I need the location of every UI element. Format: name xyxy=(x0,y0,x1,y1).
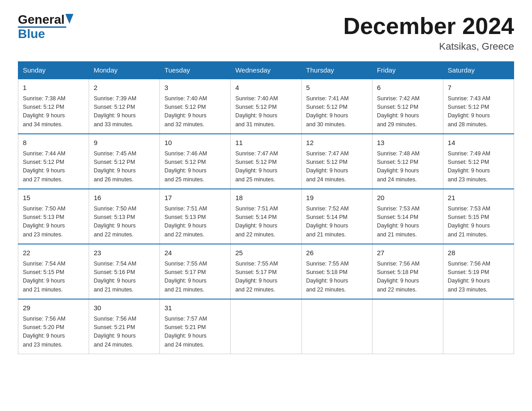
logo-triangle-icon xyxy=(65,14,73,24)
calendar-table: SundayMondayTuesdayWednesdayThursdayFrid… xyxy=(18,61,514,354)
day-cell: 28 Sunrise: 7:56 AM Sunset: 5:19 PM Dayl… xyxy=(443,244,514,299)
day-cell: 18 Sunrise: 7:51 AM Sunset: 5:14 PM Dayl… xyxy=(231,189,301,244)
day-info: Sunrise: 7:55 AM Sunset: 5:17 PM Dayligh… xyxy=(235,260,296,295)
day-number: 30 xyxy=(94,303,155,313)
day-cell: 3 Sunrise: 7:40 AM Sunset: 5:12 PM Dayli… xyxy=(160,79,231,134)
day-number: 15 xyxy=(23,193,84,203)
day-cell: 30 Sunrise: 7:56 AM Sunset: 5:21 PM Dayl… xyxy=(89,299,160,354)
header-cell-friday: Friday xyxy=(372,62,443,79)
day-info: Sunrise: 7:56 AM Sunset: 5:20 PM Dayligh… xyxy=(23,315,84,350)
day-info: Sunrise: 7:56 AM Sunset: 5:18 PM Dayligh… xyxy=(377,260,438,295)
day-cell xyxy=(231,299,301,354)
header-cell-monday: Monday xyxy=(89,62,160,79)
day-number: 22 xyxy=(23,248,84,258)
day-cell: 24 Sunrise: 7:55 AM Sunset: 5:17 PM Dayl… xyxy=(160,244,231,299)
header-cell-sunday: Sunday xyxy=(18,62,89,79)
day-cell: 11 Sunrise: 7:47 AM Sunset: 5:12 PM Dayl… xyxy=(231,134,301,189)
day-info: Sunrise: 7:44 AM Sunset: 5:12 PM Dayligh… xyxy=(23,150,84,184)
header-row: SundayMondayTuesdayWednesdayThursdayFrid… xyxy=(18,62,514,79)
day-info: Sunrise: 7:54 AM Sunset: 5:15 PM Dayligh… xyxy=(23,260,84,295)
day-number: 18 xyxy=(235,193,296,203)
svg-marker-0 xyxy=(65,14,73,24)
day-cell: 26 Sunrise: 7:55 AM Sunset: 5:18 PM Dayl… xyxy=(301,244,372,299)
day-info: Sunrise: 7:50 AM Sunset: 5:13 PM Dayligh… xyxy=(23,205,84,240)
day-number: 9 xyxy=(94,138,155,148)
day-info: Sunrise: 7:43 AM Sunset: 5:12 PM Dayligh… xyxy=(448,94,509,129)
page-title: December 2024 xyxy=(343,13,514,39)
day-cell: 23 Sunrise: 7:54 AM Sunset: 5:16 PM Dayl… xyxy=(89,244,160,299)
week-row-3: 15 Sunrise: 7:50 AM Sunset: 5:13 PM Dayl… xyxy=(18,189,514,244)
logo-blue: Blue xyxy=(18,27,45,41)
day-info: Sunrise: 7:50 AM Sunset: 5:13 PM Dayligh… xyxy=(94,205,155,240)
day-number: 24 xyxy=(164,248,226,258)
day-number: 5 xyxy=(306,83,368,93)
day-cell xyxy=(372,299,443,354)
week-row-2: 8 Sunrise: 7:44 AM Sunset: 5:12 PM Dayli… xyxy=(18,134,514,189)
day-info: Sunrise: 7:51 AM Sunset: 5:14 PM Dayligh… xyxy=(235,205,296,240)
day-cell: 12 Sunrise: 7:47 AM Sunset: 5:12 PM Dayl… xyxy=(301,134,372,189)
day-number: 3 xyxy=(164,83,226,93)
day-number: 25 xyxy=(235,248,296,258)
calendar-body: 1 Sunrise: 7:38 AM Sunset: 5:12 PM Dayli… xyxy=(18,79,514,354)
day-info: Sunrise: 7:46 AM Sunset: 5:12 PM Dayligh… xyxy=(164,150,226,184)
day-info: Sunrise: 7:52 AM Sunset: 5:14 PM Dayligh… xyxy=(306,205,368,240)
day-number: 1 xyxy=(23,83,84,93)
day-number: 10 xyxy=(164,138,226,148)
week-row-5: 29 Sunrise: 7:56 AM Sunset: 5:20 PM Dayl… xyxy=(18,299,514,354)
day-number: 19 xyxy=(306,193,368,203)
day-cell: 21 Sunrise: 7:53 AM Sunset: 5:15 PM Dayl… xyxy=(443,189,514,244)
day-info: Sunrise: 7:55 AM Sunset: 5:17 PM Dayligh… xyxy=(164,260,226,295)
day-number: 31 xyxy=(164,303,226,313)
day-number: 21 xyxy=(448,193,509,203)
week-row-4: 22 Sunrise: 7:54 AM Sunset: 5:15 PM Dayl… xyxy=(18,244,514,299)
day-cell: 5 Sunrise: 7:41 AM Sunset: 5:12 PM Dayli… xyxy=(301,79,372,134)
day-cell: 13 Sunrise: 7:48 AM Sunset: 5:12 PM Dayl… xyxy=(372,134,443,189)
day-number: 8 xyxy=(23,138,84,148)
day-number: 20 xyxy=(377,193,438,203)
day-info: Sunrise: 7:53 AM Sunset: 5:15 PM Dayligh… xyxy=(448,205,509,240)
day-number: 16 xyxy=(94,193,155,203)
day-number: 23 xyxy=(94,248,155,258)
header-cell-thursday: Thursday xyxy=(301,62,372,79)
day-cell: 4 Sunrise: 7:40 AM Sunset: 5:12 PM Dayli… xyxy=(231,79,301,134)
page-header: General Blue December 2024 Katsikas, Gre… xyxy=(18,13,514,52)
day-cell: 15 Sunrise: 7:50 AM Sunset: 5:13 PM Dayl… xyxy=(18,189,89,244)
day-info: Sunrise: 7:42 AM Sunset: 5:12 PM Dayligh… xyxy=(377,94,438,129)
day-number: 6 xyxy=(377,83,438,93)
day-cell: 1 Sunrise: 7:38 AM Sunset: 5:12 PM Dayli… xyxy=(18,79,89,134)
day-cell: 10 Sunrise: 7:46 AM Sunset: 5:12 PM Dayl… xyxy=(160,134,231,189)
day-cell: 7 Sunrise: 7:43 AM Sunset: 5:12 PM Dayli… xyxy=(443,79,514,134)
header-cell-wednesday: Wednesday xyxy=(231,62,301,79)
day-cell: 17 Sunrise: 7:51 AM Sunset: 5:13 PM Dayl… xyxy=(160,189,231,244)
logo: General Blue xyxy=(18,13,73,40)
day-info: Sunrise: 7:55 AM Sunset: 5:18 PM Dayligh… xyxy=(306,260,368,295)
day-info: Sunrise: 7:51 AM Sunset: 5:13 PM Dayligh… xyxy=(164,205,226,240)
day-cell: 9 Sunrise: 7:45 AM Sunset: 5:12 PM Dayli… xyxy=(89,134,160,189)
day-info: Sunrise: 7:54 AM Sunset: 5:16 PM Dayligh… xyxy=(94,260,155,295)
day-info: Sunrise: 7:39 AM Sunset: 5:12 PM Dayligh… xyxy=(94,94,155,129)
day-cell: 16 Sunrise: 7:50 AM Sunset: 5:13 PM Dayl… xyxy=(89,189,160,244)
day-cell: 22 Sunrise: 7:54 AM Sunset: 5:15 PM Dayl… xyxy=(18,244,89,299)
day-info: Sunrise: 7:40 AM Sunset: 5:12 PM Dayligh… xyxy=(164,94,226,129)
day-cell xyxy=(443,299,514,354)
day-info: Sunrise: 7:47 AM Sunset: 5:12 PM Dayligh… xyxy=(235,150,296,184)
day-info: Sunrise: 7:56 AM Sunset: 5:19 PM Dayligh… xyxy=(448,260,509,295)
day-number: 17 xyxy=(164,193,226,203)
day-cell: 27 Sunrise: 7:56 AM Sunset: 5:18 PM Dayl… xyxy=(372,244,443,299)
header-cell-tuesday: Tuesday xyxy=(160,62,231,79)
day-info: Sunrise: 7:48 AM Sunset: 5:12 PM Dayligh… xyxy=(377,150,438,184)
day-cell xyxy=(301,299,372,354)
calendar-header: SundayMondayTuesdayWednesdayThursdayFrid… xyxy=(18,62,514,79)
day-cell: 19 Sunrise: 7:52 AM Sunset: 5:14 PM Dayl… xyxy=(301,189,372,244)
day-info: Sunrise: 7:47 AM Sunset: 5:12 PM Dayligh… xyxy=(306,150,368,184)
week-row-1: 1 Sunrise: 7:38 AM Sunset: 5:12 PM Dayli… xyxy=(18,79,514,134)
day-number: 4 xyxy=(235,83,296,93)
day-info: Sunrise: 7:57 AM Sunset: 5:21 PM Dayligh… xyxy=(164,315,226,350)
day-number: 2 xyxy=(94,83,155,93)
day-number: 26 xyxy=(306,248,368,258)
day-cell: 2 Sunrise: 7:39 AM Sunset: 5:12 PM Dayli… xyxy=(89,79,160,134)
day-cell: 6 Sunrise: 7:42 AM Sunset: 5:12 PM Dayli… xyxy=(372,79,443,134)
day-info: Sunrise: 7:49 AM Sunset: 5:12 PM Dayligh… xyxy=(448,150,509,184)
day-info: Sunrise: 7:38 AM Sunset: 5:12 PM Dayligh… xyxy=(23,94,84,129)
day-number: 13 xyxy=(377,138,438,148)
